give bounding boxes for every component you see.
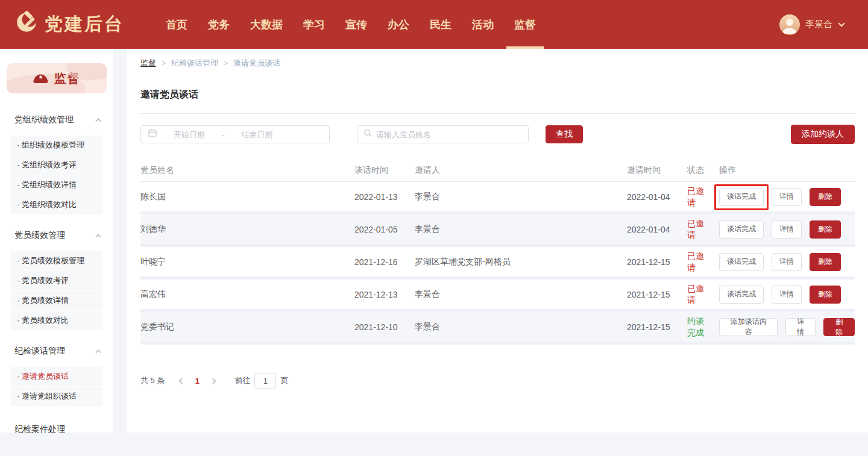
sidebar-section-discipline-case[interactable]: 纪检案件处理 [0,415,113,444]
sidebar: ★ 监督 党组织绩效管理 · 组织绩效模板管理 · 党组织绩效考评 · 党组织绩… [0,49,113,433]
status-badge: 已邀请 [687,186,719,208]
cell-invite-date: 2021-12-15 [627,290,687,299]
divider [140,113,855,114]
main-content: 监督 > 纪检谈话管理 > 邀请党员谈话 邀请党员谈话 - 查找 添加约谈人 党… [127,49,868,433]
sidebar-item-org-review[interactable]: · 党组织绩效考评 [11,155,102,175]
app-logo[interactable]: 党建后台 [13,11,124,39]
sidebar-item-member-compare[interactable]: · 党员绩效对比 [11,311,102,331]
detail-button[interactable]: 详情 [772,286,802,304]
search-button[interactable]: 查找 [546,125,583,143]
col-header-member-name: 党员姓名 [140,165,354,176]
row-actions: 添加谈话内容 详情 删除 [719,318,855,336]
nav-item-big-data[interactable]: 大数据 [240,0,293,49]
section-title: 纪检谈话管理 [14,346,65,357]
talk-invitation-table: 党员姓名 谈话时间 邀请人 邀请时间 状态 操作 陈长国 2022-01-13 … [140,159,855,345]
cell-invite-date: 2022-01-04 [627,192,687,202]
party-emblem-icon [13,11,39,39]
delete-button[interactable]: 删除 [810,286,841,304]
status-badge: 已邀请 [687,283,719,306]
page-title: 邀请党员谈话 [140,89,855,101]
talk-complete-button[interactable]: 谈话完成 [719,286,764,304]
cell-invite-date: 2021-12-15 [627,322,687,332]
talk-complete-button[interactable]: 谈话完成 [719,188,764,206]
delete-button[interactable]: 删除 [810,253,841,271]
nav-item-activity[interactable]: 活动 [462,0,504,49]
sidebar-item-org-compare[interactable]: · 党组织绩效对比 [11,195,102,215]
talk-complete-button[interactable]: 谈话完成 [719,220,764,239]
section-title: 党员绩效管理 [14,230,65,241]
nav-item-publicity[interactable]: 宣传 [335,0,377,49]
sidebar-section-member-punishment[interactable]: 党员处分 [0,452,113,456]
detail-button[interactable]: 详情 [785,318,816,336]
sidebar-section-discipline-talk[interactable]: 纪检谈话管理 [0,337,113,366]
delete-button[interactable]: 删除 [810,188,841,206]
nav-item-party-affairs[interactable]: 党务 [198,0,240,49]
svg-text:★: ★ [38,74,43,80]
sidebar-section-member-performance[interactable]: 党员绩效管理 [0,221,113,250]
sidebar-item-member-template[interactable]: · 党员绩效模板管理 [11,251,102,271]
chevron-up-icon [95,233,101,239]
detail-button[interactable]: 详情 [772,220,802,239]
detail-button[interactable]: 详情 [772,188,802,206]
cell-inviter: 李景合 [415,289,627,300]
sidebar-item-invite-member-talk[interactable]: · 邀请党员谈话 [11,367,102,387]
table-row: 叶晓宁 2021-12-16 罗湖区草埔党支部-网格员 2021-12-15 已… [140,247,855,280]
cell-talk-date: 2021-12-10 [354,322,415,332]
status-badge: 约谈完成 [687,316,719,339]
add-interviewee-button[interactable]: 添加约谈人 [791,125,855,144]
chevron-right-icon [210,378,216,384]
next-page-button[interactable] [206,373,220,388]
sidebar-item-member-review[interactable]: · 党员绩效考评 [11,271,102,291]
breadcrumb-separator: > [224,59,228,67]
add-talk-content-button[interactable]: 添加谈话内容 [719,318,778,336]
sidebar-item-member-detail[interactable]: · 党员绩效详情 [11,291,102,311]
end-date-input[interactable] [227,130,287,139]
user-menu[interactable]: 李景合 [779,14,843,35]
sidebar-item-invite-org-talk[interactable]: · 邀请党组织谈话 [11,387,102,407]
col-header-talk-time: 谈话时间 [354,165,415,176]
nav-item-office[interactable]: 办公 [377,0,420,49]
breadcrumb-discipline-talk[interactable]: 纪检谈话管理 [171,58,218,69]
nav-item-study[interactable]: 学习 [293,0,335,49]
nav-item-supervision[interactable]: 监督 [504,0,546,49]
submenu-member-performance: · 党员绩效模板管理 · 党员绩效考评 · 党员绩效详情 · 党员绩效对比 [11,251,102,331]
row-actions: 谈话完成 详情 删除 [719,188,855,206]
breadcrumb-invite-member-talk: 邀请党员谈话 [233,58,280,69]
breadcrumb-supervision[interactable]: 监督 [140,58,156,69]
previous-page-button[interactable] [174,373,189,388]
avatar [779,14,800,35]
cell-member-name: 叶晓宁 [140,257,354,267]
talk-complete-button[interactable]: 谈话完成 [719,253,764,271]
page-number-1[interactable]: 1 [189,376,206,386]
search-input[interactable] [376,130,522,139]
cell-talk-date: 2021-12-13 [354,290,415,299]
delete-button[interactable]: 删除 [810,220,841,239]
cell-invite-date: 2021-12-15 [627,257,687,267]
member-name-search[interactable] [357,125,529,143]
cell-talk-date: 2021-12-16 [354,257,415,267]
sidebar-item-org-template[interactable]: · 组织绩效模板管理 [11,136,102,155]
date-range-picker[interactable]: - [140,125,330,143]
supervision-cap-icon: ★ [33,72,49,85]
cell-inviter: 李景合 [415,224,627,235]
goto-page-input[interactable] [254,373,276,389]
sidebar-section-org-performance[interactable]: 党组织绩效管理 [0,105,113,134]
sidebar-menu: 党组织绩效管理 · 组织绩效模板管理 · 党组织绩效考评 · 党组织绩效详情 ·… [0,105,113,456]
chevron-up-icon [95,349,101,355]
detail-button[interactable]: 详情 [772,253,802,271]
row-actions: 谈话完成 详情 删除 [719,286,855,304]
start-date-input[interactable] [159,130,219,139]
delete-button[interactable]: 删除 [823,318,855,336]
table-row: 刘德华 2022-01-05 李景合 2022-01-04 已邀请 谈话完成 详… [140,214,855,247]
filter-bar: - 查找 添加约谈人 [140,125,855,144]
table-row: 高宏伟 2021-12-13 李景合 2021-12-15 已邀请 谈话完成 详… [140,280,855,312]
cell-inviter: 李景合 [415,192,627,202]
sidebar-banner-label: 监督 [54,70,81,87]
goto-page-label: 前往 [234,375,250,386]
col-header-invite-time: 邀请时间 [627,165,687,176]
sidebar-item-org-detail[interactable]: · 党组织绩效详情 [11,175,102,195]
breadcrumb-separator: > [162,59,166,67]
user-name: 李景合 [805,19,832,30]
nav-item-livelihood[interactable]: 民生 [420,0,462,49]
nav-item-home[interactable]: 首页 [156,0,198,49]
